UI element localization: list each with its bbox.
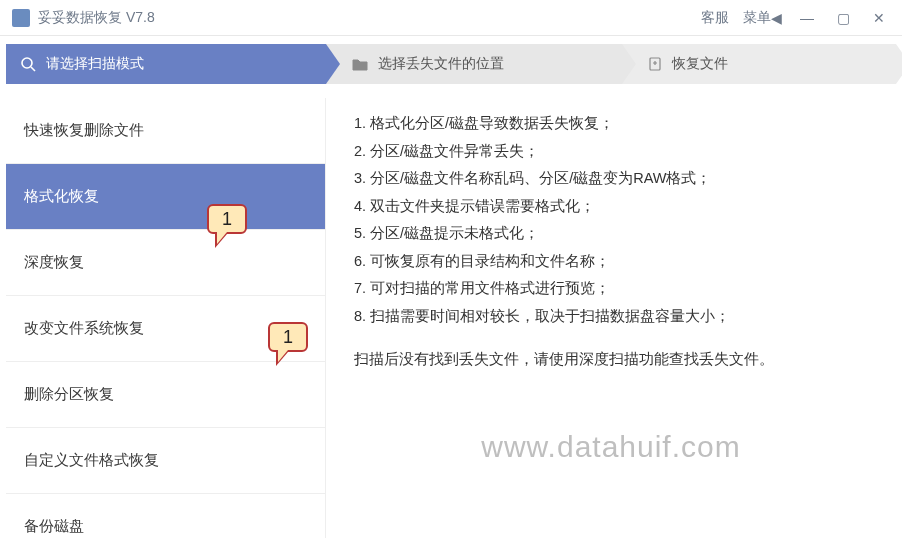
- sidebar-item-label: 删除分区恢复: [24, 385, 114, 404]
- close-button[interactable]: ✕: [868, 7, 890, 29]
- recover-icon: [648, 57, 662, 71]
- menu-link[interactable]: 菜单 ◀: [743, 9, 782, 27]
- sidebar-item-deep-recover[interactable]: 深度恢复: [6, 230, 325, 296]
- titlebar: 妥妥数据恢复 V7.8 客服 菜单 ◀ — ▢ ✕: [0, 0, 902, 36]
- description-line: 8. 扫描需要时间相对较长，取决于扫描数据盘容量大小；: [354, 303, 878, 331]
- sidebar-item-label: 改变文件系统恢复: [24, 319, 144, 338]
- sidebar-item-backup-disk[interactable]: 备份磁盘: [6, 494, 325, 540]
- step-label: 请选择扫描模式: [46, 55, 144, 73]
- description-line: 6. 可恢复原有的目录结构和文件名称；: [354, 248, 878, 276]
- svg-line-1: [31, 67, 35, 71]
- step-location[interactable]: 选择丢失文件的位置: [326, 44, 622, 84]
- folder-icon: [352, 57, 368, 71]
- titlebar-right: 客服 菜单 ◀ — ▢ ✕: [701, 7, 890, 29]
- main-panel: 1. 格式化分区/磁盘导致数据丢失恢复； 2. 分区/磁盘文件异常丢失； 3. …: [326, 98, 896, 538]
- sidebar-item-custom-format[interactable]: 自定义文件格式恢复: [6, 428, 325, 494]
- description-line: 3. 分区/磁盘文件名称乱码、分区/磁盘变为RAW格式；: [354, 165, 878, 193]
- description-line: 2. 分区/磁盘文件异常丢失；: [354, 138, 878, 166]
- step-label: 选择丢失文件的位置: [378, 55, 504, 73]
- sidebar-item-partition-recover[interactable]: 删除分区恢复: [6, 362, 325, 428]
- sidebar-item-filesystem-recover[interactable]: 改变文件系统恢复: [6, 296, 325, 362]
- minimize-button[interactable]: —: [796, 7, 818, 29]
- svg-point-0: [22, 58, 32, 68]
- sidebar-item-format-recover[interactable]: 格式化恢复 1: [6, 164, 325, 230]
- app-title: 妥妥数据恢复 V7.8: [38, 9, 701, 27]
- content: 快速恢复删除文件 1 格式化恢复 1 深度恢复 改变文件系统恢复 删除分区恢复 …: [6, 98, 896, 538]
- description-line: 7. 可对扫描的常用文件格式进行预览；: [354, 275, 878, 303]
- description-line: 5. 分区/磁盘提示未格式化；: [354, 220, 878, 248]
- description-line: 1. 格式化分区/磁盘导致数据丢失恢复；: [354, 110, 878, 138]
- sidebar-item-quick-recover[interactable]: 快速恢复删除文件 1: [6, 98, 325, 164]
- step-scan-mode[interactable]: 请选择扫描模式: [6, 44, 326, 84]
- sidebar-item-label: 格式化恢复: [24, 187, 99, 206]
- sidebar-item-label: 备份磁盘: [24, 517, 84, 536]
- app-icon: [12, 9, 30, 27]
- watermark: www.datahuif.com: [481, 418, 740, 475]
- maximize-button[interactable]: ▢: [832, 7, 854, 29]
- breadcrumb: 请选择扫描模式 选择丢失文件的位置 恢复文件: [6, 44, 896, 84]
- sidebar-item-label: 快速恢复删除文件: [24, 121, 144, 140]
- description-line: 4. 双击文件夹提示错误需要格式化；: [354, 193, 878, 221]
- step-label: 恢复文件: [672, 55, 728, 73]
- step-recover[interactable]: 恢复文件: [622, 44, 896, 84]
- description-note: 扫描后没有找到丢失文件，请使用深度扫描功能查找丢失文件。: [354, 346, 878, 374]
- search-icon: [20, 56, 36, 72]
- sidebar: 快速恢复删除文件 1 格式化恢复 1 深度恢复 改变文件系统恢复 删除分区恢复 …: [6, 98, 326, 538]
- sidebar-item-label: 自定义文件格式恢复: [24, 451, 159, 470]
- sidebar-item-label: 深度恢复: [24, 253, 84, 272]
- customer-service-link[interactable]: 客服: [701, 9, 729, 27]
